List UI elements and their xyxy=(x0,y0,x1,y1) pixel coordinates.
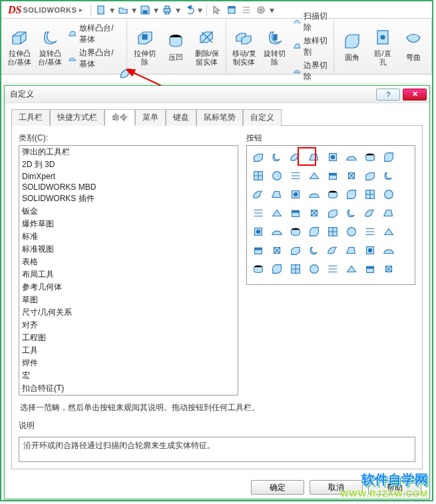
feature-icon[interactable] xyxy=(344,224,359,239)
wrap-button[interactable]: 弯曲 xyxy=(399,29,427,63)
feature-icon[interactable] xyxy=(326,187,340,202)
category-item[interactable]: 工具 xyxy=(19,344,238,357)
dialog-close-button[interactable]: ✕ xyxy=(403,89,427,101)
new-icon[interactable] xyxy=(95,4,107,16)
open-dropdown[interactable]: ▾ xyxy=(132,5,136,15)
new-dropdown[interactable]: ▾ xyxy=(110,5,114,15)
undo-icon[interactable] xyxy=(183,4,195,16)
feature-icon[interactable] xyxy=(251,224,266,239)
feature-icon[interactable] xyxy=(251,262,266,276)
feature-icon[interactable] xyxy=(381,187,396,202)
feature-icon[interactable] xyxy=(363,206,377,220)
feature-icon[interactable] xyxy=(381,150,396,164)
feature-icon[interactable] xyxy=(344,168,359,183)
tab-menu[interactable]: 菜单 xyxy=(135,109,166,126)
feature-icon[interactable] xyxy=(251,187,266,202)
feature-icon[interactable] xyxy=(363,262,377,276)
move-copy-body-button[interactable]: 移动/复 制实体 xyxy=(230,25,258,67)
lofted-cut-button[interactable]: 放样切割 xyxy=(292,35,329,59)
print-dropdown[interactable]: ▾ xyxy=(176,5,180,15)
feature-icon[interactable] xyxy=(363,187,377,202)
revolved-cut-button[interactable]: 旋转切 除 xyxy=(261,25,289,67)
print-icon[interactable] xyxy=(161,4,173,16)
feature-icon[interactable] xyxy=(288,168,303,183)
feature-icon[interactable] xyxy=(270,187,284,202)
feature-icon[interactable] xyxy=(344,243,359,258)
tab-customize[interactable]: 自定义 xyxy=(243,109,282,126)
feature-icon[interactable] xyxy=(381,243,396,258)
categories-listbox[interactable]: 弹出的工具栏2D 到 3DDimXpertSOLIDWORKS MBDSOLID… xyxy=(19,145,238,395)
feature-icon[interactable] xyxy=(270,224,284,239)
feature-icon[interactable] xyxy=(288,187,303,202)
feature-icon[interactable] xyxy=(363,243,377,258)
feature-icon[interactable] xyxy=(270,150,284,164)
feature-icon[interactable] xyxy=(251,168,266,183)
feature-icon[interactable] xyxy=(270,243,284,258)
category-item[interactable]: 标准 xyxy=(19,230,238,243)
feature-icon[interactable] xyxy=(270,168,284,183)
delete-keep-body-button[interactable]: 删除/保 留实体 xyxy=(192,25,222,67)
category-item[interactable]: 标准视图 xyxy=(19,243,238,256)
list-icon[interactable] xyxy=(240,4,252,16)
category-item[interactable]: 尺寸/几何关系 xyxy=(19,306,238,319)
boundary-cut-button[interactable]: 边界切除 xyxy=(292,59,329,83)
category-item[interactable]: 2D 到 3D xyxy=(19,158,238,171)
swept-cut-button[interactable]: 扫描切除 xyxy=(292,10,329,34)
extruded-boss-button[interactable]: 拉伸凸 台/基体 xyxy=(5,25,33,67)
category-item[interactable]: SOLIDWORKS MBD xyxy=(19,182,238,192)
fillet-button[interactable]: 圆角 xyxy=(338,29,366,63)
feature-icon[interactable] xyxy=(363,168,377,183)
app-logo-menu[interactable]: DS SOLIDWORKS ▸ xyxy=(4,3,87,17)
feature-icon[interactable] xyxy=(326,243,340,258)
open-icon[interactable] xyxy=(117,4,129,16)
options-dropdown[interactable]: ▾ xyxy=(270,5,274,15)
boundary-boss-button[interactable]: 边界凸台/基体 xyxy=(67,47,122,71)
feature-icon[interactable] xyxy=(344,187,359,202)
tab-commands[interactable]: 命令 xyxy=(105,109,135,126)
feature-icon[interactable] xyxy=(363,224,377,239)
feature-icon[interactable] xyxy=(344,262,359,276)
feature-icon[interactable] xyxy=(251,243,266,258)
dialog-help-button[interactable]: ? xyxy=(376,89,400,101)
category-item[interactable]: 爆炸草图 xyxy=(19,218,238,230)
cancel-button[interactable]: 取消 xyxy=(310,480,363,495)
feature-icon[interactable] xyxy=(270,262,284,276)
rib-hole-button[interactable]: 筋/直 孔 xyxy=(369,25,397,67)
feature-icon[interactable] xyxy=(307,262,322,276)
category-item[interactable]: 参考几何体 xyxy=(19,281,238,294)
feature-icon[interactable] xyxy=(288,243,303,258)
category-item[interactable]: 扣合特征(T) xyxy=(19,382,238,395)
feature-icon[interactable] xyxy=(307,187,322,202)
tab-keyboard[interactable]: 键盘 xyxy=(166,109,196,126)
dropped-sweep-icon[interactable] xyxy=(118,65,133,82)
category-item[interactable]: 弹出的工具栏 xyxy=(19,146,238,158)
tab-toolbars[interactable]: 工具栏 xyxy=(11,109,50,126)
feature-icon[interactable] xyxy=(326,150,340,164)
feature-icon[interactable] xyxy=(344,206,359,220)
help-button[interactable]: 帮助 xyxy=(368,480,421,495)
category-item[interactable]: 工程图 xyxy=(19,332,238,344)
feature-icon[interactable] xyxy=(381,168,396,183)
save-dropdown[interactable]: ▾ xyxy=(154,5,158,15)
sweep-feature-icon[interactable] xyxy=(288,150,303,164)
undo-dropdown[interactable]: ▾ xyxy=(198,5,202,15)
feature-icon[interactable] xyxy=(344,150,359,164)
dialog-titlebar[interactable]: 自定义 ? ✕ xyxy=(5,86,429,103)
category-item[interactable]: 宏 xyxy=(19,370,238,382)
feature-icon[interactable] xyxy=(381,224,396,239)
category-item[interactable]: 表格 xyxy=(19,256,238,268)
save-icon[interactable] xyxy=(139,4,151,16)
ok-button[interactable]: 确定 xyxy=(251,480,304,495)
feature-icon[interactable] xyxy=(307,224,322,239)
category-item[interactable]: 对齐 xyxy=(19,319,238,332)
category-item[interactable]: 钣金 xyxy=(19,205,238,218)
category-item[interactable]: 块 xyxy=(19,395,238,395)
category-item[interactable]: 草图 xyxy=(19,294,238,306)
tab-shortcut-bar[interactable]: 快捷方式栏 xyxy=(50,109,105,126)
hole-button[interactable]: 压凹 xyxy=(162,29,190,63)
feature-icon[interactable] xyxy=(307,150,322,164)
tab-mouse-gestures[interactable]: 鼠标笔势 xyxy=(196,109,243,126)
feature-icon[interactable] xyxy=(251,150,266,164)
feature-icon[interactable] xyxy=(288,224,303,239)
feature-icon[interactable] xyxy=(307,243,322,258)
